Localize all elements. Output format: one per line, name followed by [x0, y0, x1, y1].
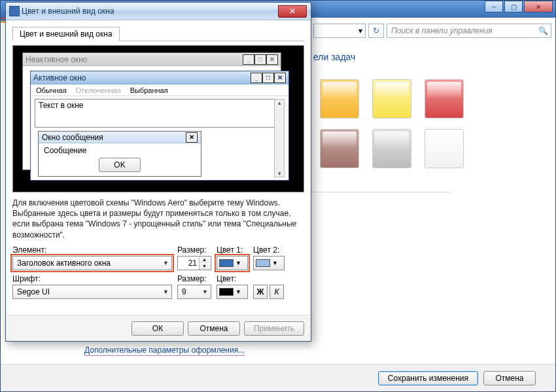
- color2-swatch: [256, 259, 270, 267]
- refresh-button[interactable]: ↻: [368, 24, 384, 38]
- controls: Элемент: Заголовок активного окна ▼ Разм…: [12, 245, 304, 299]
- bold-toggle[interactable]: Ж: [253, 285, 268, 299]
- spin-up-icon[interactable]: ▲: [200, 257, 209, 263]
- chevron-down-icon: ▼: [163, 289, 169, 295]
- preview-scrollbar: [274, 99, 285, 177]
- parent-cancel-button[interactable]: Отмена: [483, 371, 536, 385]
- maximize-icon: □: [254, 54, 266, 65]
- divider: [313, 192, 451, 192]
- chevron-down-icon: ▼: [163, 260, 169, 266]
- element-label: Элемент:: [12, 245, 172, 255]
- tabstrip: Цвет и внешний вид окна: [12, 27, 304, 41]
- font-size-label: Размер:: [177, 274, 211, 283]
- font-label: Шрифт:: [12, 274, 172, 283]
- search-icon[interactable]: 🔍: [538, 26, 548, 35]
- chevron-down-icon: ▼: [235, 260, 241, 266]
- search-input[interactable]: Поиск в панели управления 🔍: [387, 24, 551, 38]
- close-icon: ✕: [274, 73, 286, 83]
- swatch-grey[interactable]: [372, 129, 411, 168]
- element-combobox[interactable]: Заголовок активного окна ▼: [12, 256, 172, 270]
- color1-picker[interactable]: ▼: [217, 256, 248, 270]
- font-size-combobox[interactable]: 9 ▼: [177, 285, 211, 299]
- dialog-body: Цвет и внешний вид окна Неактивное окно …: [6, 20, 311, 315]
- size-label: Размер:: [177, 245, 211, 255]
- preview-menu: Обычная Отключенная Выбранная: [31, 84, 288, 96]
- swatch-white[interactable]: [425, 129, 464, 168]
- dialog-footer: ОК Отмена Применить: [6, 315, 311, 341]
- cancel-button[interactable]: Отмена: [188, 321, 240, 336]
- preview-active-title-text: Активное окно: [33, 73, 86, 82]
- size-spinner[interactable]: ▲▼: [177, 256, 211, 270]
- search-placeholder: Поиск в панели управления: [391, 26, 493, 35]
- address-dropdown[interactable]: ▾: [313, 24, 366, 38]
- parent-minimize-button[interactable]: ─: [485, 1, 503, 12]
- ok-button[interactable]: ОК: [131, 321, 184, 336]
- element-combobox-value: Заголовок активного окна: [17, 258, 111, 268]
- taskbar-heading-fragment: ели задач: [313, 52, 355, 62]
- close-icon: ✕: [266, 54, 278, 65]
- preview-message-titlebar: Окно сообщения ✕: [39, 132, 201, 143]
- close-icon: ✕: [186, 132, 198, 143]
- minimize-icon: _: [243, 54, 254, 65]
- description-text: Для включения цветовой схемы "Windows Ae…: [12, 198, 304, 240]
- preview-message-title-text: Окно сообщения: [42, 133, 103, 142]
- dialog-close-button[interactable]: ✕: [278, 5, 307, 18]
- swatch-red[interactable]: [425, 79, 464, 118]
- chevron-down-icon: ▼: [272, 260, 278, 266]
- swatch-yellow[interactable]: [372, 79, 411, 118]
- menu-selected: Выбранная: [130, 86, 168, 94]
- font-color-label: Цвет:: [217, 274, 248, 283]
- parent-maximize-button[interactable]: ▢: [504, 1, 523, 12]
- parent-footer: Сохранить изменения Отмена: [1, 364, 555, 391]
- color-appearance-dialog: Цвет и внешний вид окна ✕ Цвет и внешний…: [5, 2, 311, 342]
- color2-picker[interactable]: ▼: [253, 256, 285, 270]
- dialog-icon: [9, 6, 20, 16]
- advanced-settings-link[interactable]: Дополнительные параметры оформления...: [84, 346, 245, 356]
- minimize-icon: _: [251, 73, 262, 83]
- italic-toggle[interactable]: К: [269, 285, 284, 299]
- swatch-brown[interactable]: [320, 129, 359, 168]
- font-size-value: 9: [182, 287, 186, 296]
- dialog-titlebar[interactable]: Цвет и внешний вид окна ✕: [6, 3, 311, 20]
- spin-down-icon[interactable]: ▼: [200, 263, 209, 270]
- preview-message-ok-button: OK: [99, 158, 141, 172]
- preview-inactive-titlebar: Неактивное окно _ □ ✕: [23, 53, 281, 66]
- swatch-orange[interactable]: [320, 79, 359, 118]
- color2-label: Цвет 2:: [253, 245, 285, 255]
- chevron-down-icon: ▼: [235, 289, 241, 295]
- font-color-swatch: [219, 288, 234, 296]
- color-swatches: [320, 79, 464, 168]
- preview-inactive-title-text: Неактивное окно: [26, 55, 88, 64]
- font-combobox-value: Segoe UI: [17, 287, 50, 296]
- font-combobox[interactable]: Segoe UI ▼: [12, 285, 172, 299]
- preview-active-titlebar: Активное окно _ □ ✕: [31, 71, 288, 84]
- font-color-picker[interactable]: ▼: [217, 285, 248, 299]
- color1-swatch: [219, 259, 234, 267]
- chevron-down-icon: ▼: [202, 289, 208, 295]
- menu-normal: Обычная: [36, 86, 67, 94]
- preview-message-body: Сообщение: [39, 143, 201, 156]
- tab-color-appearance[interactable]: Цвет и внешний вид окна: [12, 27, 120, 41]
- preview-textarea: Текст в окне: [35, 99, 285, 128]
- preview-panel: Неактивное окно _ □ ✕ Активное окно _ □ …: [12, 45, 304, 192]
- apply-button[interactable]: Применить: [244, 321, 304, 336]
- size-input[interactable]: [178, 258, 199, 268]
- maximize-icon: □: [262, 73, 274, 83]
- menu-disabled: Отключенная: [76, 86, 121, 94]
- dialog-title: Цвет и внешний вид окна: [22, 7, 278, 16]
- save-changes-button[interactable]: Сохранить изменения: [378, 371, 478, 385]
- parent-toolbar: ▾ ↻ Поиск в панели управления 🔍: [313, 22, 551, 39]
- parent-close-button[interactable]: ✕: [524, 1, 553, 12]
- preview-message-box: Окно сообщения ✕ Сообщение OK: [38, 131, 201, 177]
- color1-label: Цвет 1:: [217, 245, 248, 255]
